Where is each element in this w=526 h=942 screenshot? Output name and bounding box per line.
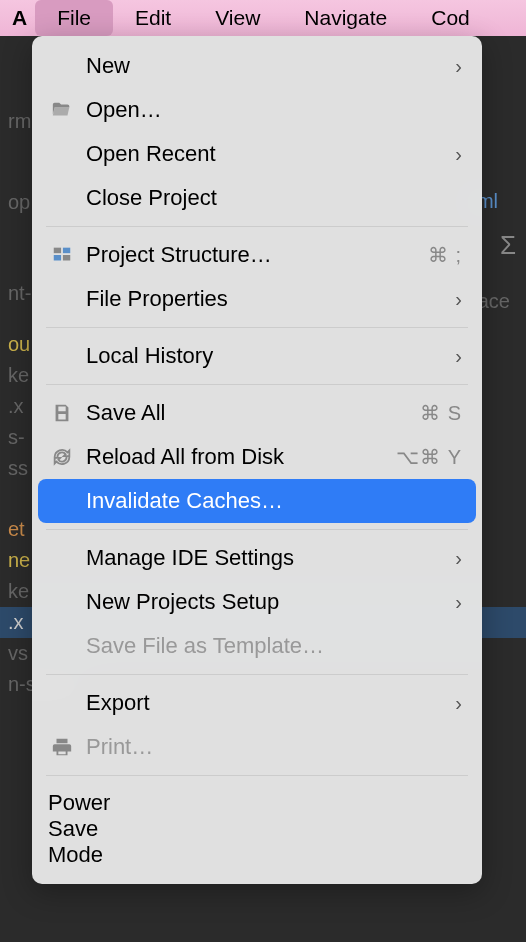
- menu-label: Power Save Mode: [48, 790, 110, 867]
- menu-label: Manage IDE Settings: [86, 545, 455, 571]
- chevron-right-icon: ›: [455, 55, 462, 78]
- menu-label: Close Project: [86, 185, 462, 211]
- chevron-right-icon: ›: [455, 288, 462, 311]
- menu-shortcut: ⌘ S: [420, 401, 462, 425]
- menu-shortcut: ⌥⌘ Y: [396, 445, 462, 469]
- menu-label: Invalidate Caches…: [86, 488, 462, 514]
- menu-invalidate-caches[interactable]: Invalidate Caches…: [38, 479, 476, 523]
- reload-icon: [48, 446, 76, 468]
- menu-separator: [46, 327, 468, 328]
- menu-print: Print…: [32, 725, 482, 769]
- menu-label: Local History: [86, 343, 455, 369]
- svg-rect-2: [54, 255, 61, 261]
- print-icon: [48, 736, 76, 758]
- menu-label: Export: [86, 690, 455, 716]
- menu-label: Open Recent: [86, 141, 455, 167]
- menu-label: New: [86, 53, 455, 79]
- menu-label: Save All: [86, 400, 420, 426]
- svg-rect-1: [63, 248, 70, 254]
- menu-label: Reload All from Disk: [86, 444, 396, 470]
- menu-separator: [46, 674, 468, 675]
- chevron-right-icon: ›: [455, 591, 462, 614]
- menu-project-structure[interactable]: Project Structure… ⌘ ;: [32, 233, 482, 277]
- svg-rect-3: [63, 255, 70, 261]
- menu-shortcut: ⌘ ;: [428, 243, 462, 267]
- menu-save-file-as-template: Save File as Template…: [32, 624, 482, 668]
- chevron-right-icon: ›: [455, 692, 462, 715]
- menubar-code[interactable]: Cod: [409, 0, 492, 36]
- menu-close-project[interactable]: Close Project: [32, 176, 482, 220]
- chevron-right-icon: ›: [455, 143, 462, 166]
- menu-new[interactable]: New ›: [32, 44, 482, 88]
- svg-rect-0: [54, 248, 61, 254]
- save-icon: [48, 402, 76, 424]
- menubar-navigate[interactable]: Navigate: [282, 0, 409, 36]
- chevron-right-icon: ›: [455, 547, 462, 570]
- menu-export[interactable]: Export ›: [32, 681, 482, 725]
- menu-label: New Projects Setup: [86, 589, 455, 615]
- menu-local-history[interactable]: Local History ›: [32, 334, 482, 378]
- menu-save-all[interactable]: Save All ⌘ S: [32, 391, 482, 435]
- project-structure-icon: [48, 244, 76, 266]
- menu-power-save-mode[interactable]: Power Save Mode: [32, 782, 482, 876]
- menu-label: Project Structure…: [86, 242, 428, 268]
- menu-separator: [46, 529, 468, 530]
- menubar-edit[interactable]: Edit: [113, 0, 193, 36]
- sigma-icon[interactable]: Σ: [500, 230, 516, 261]
- file-menu-dropdown: New › Open… Open Recent › Close Project …: [32, 36, 482, 884]
- menubar-view[interactable]: View: [193, 0, 282, 36]
- menu-open[interactable]: Open…: [32, 88, 482, 132]
- menu-separator: [46, 384, 468, 385]
- menu-label: Print…: [86, 734, 462, 760]
- folder-open-icon: [48, 99, 76, 121]
- menu-open-recent[interactable]: Open Recent ›: [32, 132, 482, 176]
- menubar: A File Edit View Navigate Cod: [0, 0, 526, 36]
- menu-reload-from-disk[interactable]: Reload All from Disk ⌥⌘ Y: [32, 435, 482, 479]
- menu-manage-ide-settings[interactable]: Manage IDE Settings ›: [32, 536, 482, 580]
- menu-file-properties[interactable]: File Properties ›: [32, 277, 482, 321]
- menubar-file[interactable]: File: [35, 0, 113, 36]
- menu-new-projects-setup[interactable]: New Projects Setup ›: [32, 580, 482, 624]
- menu-separator: [46, 775, 468, 776]
- menu-separator: [46, 226, 468, 227]
- menubar-logo: A: [0, 0, 35, 36]
- menu-label: Open…: [86, 97, 462, 123]
- chevron-right-icon: ›: [455, 345, 462, 368]
- menu-label: Save File as Template…: [86, 633, 462, 659]
- menu-label: File Properties: [86, 286, 455, 312]
